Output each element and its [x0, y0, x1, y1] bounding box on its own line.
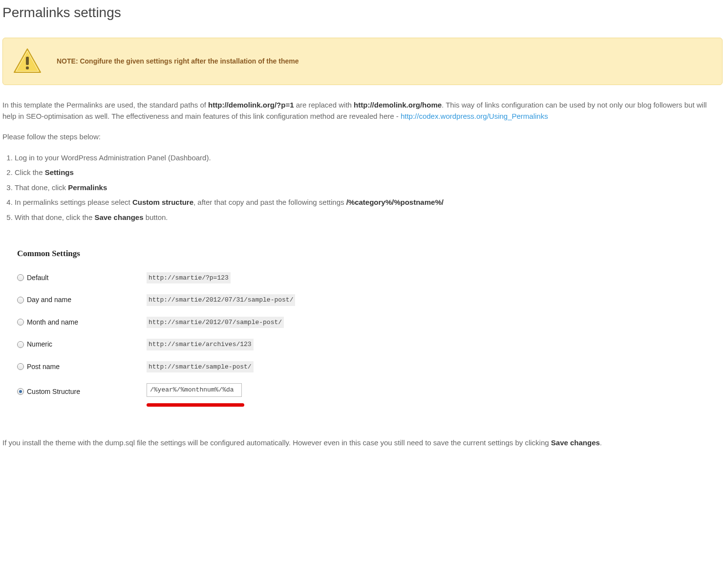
setting-row-month-name: Month and name http://smartie/2012/07/sa… — [17, 317, 452, 328]
value-post-name: http://smartie/sample-post/ — [147, 361, 254, 373]
intro-part2: are replaced with — [294, 101, 354, 109]
setting-row-custom: Custom Structure /%year%/%monthnum%/%da — [17, 383, 452, 400]
setting-row-default: Default http://smartie/?p=123 — [17, 272, 452, 284]
note-box: NOTE: Congifure the given settings right… — [2, 38, 723, 85]
label-day-name: Day and name — [27, 295, 71, 305]
setting-row-post-name: Post name http://smartie/sample-post/ — [17, 361, 452, 373]
note-text: NOTE: Congifure the given settings right… — [57, 56, 299, 66]
follow-text: Please follow the steps below: — [2, 131, 723, 143]
step-4: In permalinks settings please select Cus… — [15, 197, 723, 208]
value-month-name: http://smartie/2012/07/sample-post/ — [147, 317, 284, 328]
intro-url2: http://demolink.org/home — [354, 101, 442, 109]
page-title: Permalinks settings — [2, 2, 723, 23]
svg-rect-1 — [26, 66, 29, 69]
radio-post-name[interactable] — [17, 363, 24, 370]
setting-row-numeric: Numeric http://smartie/archives/123 — [17, 339, 452, 350]
step-2: Click the Settings — [15, 167, 723, 178]
radio-day-name[interactable] — [17, 297, 24, 304]
radio-numeric[interactable] — [17, 341, 24, 348]
label-numeric: Numeric — [27, 339, 52, 349]
radio-default[interactable] — [17, 274, 24, 281]
value-day-name: http://smartie/2012/07/31/sample-post/ — [147, 294, 295, 306]
label-default: Default — [27, 273, 48, 283]
step-3: That done, click Permalinks — [15, 182, 723, 194]
custom-structure-input[interactable]: /%year%/%monthnum%/%da — [147, 383, 242, 397]
steps-list: Log in to your WordPress Administration … — [15, 152, 723, 223]
step-1: Log in to your WordPress Administration … — [15, 152, 723, 164]
setting-row-day-name: Day and name http://smartie/2012/07/31/s… — [17, 294, 452, 306]
label-month-name: Month and name — [27, 317, 78, 327]
warning-icon — [13, 48, 42, 75]
outro-paragraph: If you install the theme with the dump.s… — [2, 437, 723, 449]
radio-month-name[interactable] — [17, 319, 24, 326]
radio-custom-structure[interactable] — [17, 388, 24, 395]
permalinks-screenshot: Common Settings Default http://smartie/?… — [2, 238, 467, 425]
intro-url1: http://demolink.org/?p=1 — [208, 101, 294, 109]
value-default: http://smartie/?p=123 — [147, 272, 231, 284]
label-custom-structure: Custom Structure — [27, 387, 80, 397]
value-numeric: http://smartie/archives/123 — [147, 339, 254, 350]
highlight-underline — [147, 403, 244, 407]
step-5: With that done, click the Save changes b… — [15, 212, 723, 223]
codex-link[interactable]: http://codex.wordpress.org/Using_Permali… — [401, 112, 548, 120]
intro-part1: In this template the Permalinks are used… — [2, 101, 208, 109]
common-settings-heading: Common Settings — [17, 247, 452, 260]
intro-paragraph: In this template the Permalinks are used… — [2, 100, 723, 122]
label-post-name: Post name — [27, 362, 60, 372]
svg-rect-0 — [26, 57, 29, 65]
